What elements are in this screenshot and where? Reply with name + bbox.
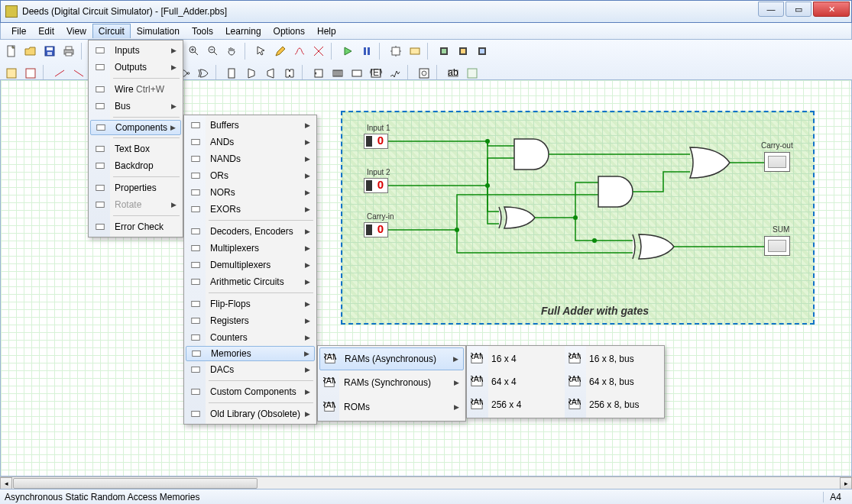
print-icon (63, 45, 75, 57)
menu-view[interactable]: View (60, 24, 92, 39)
module-icon (390, 45, 402, 57)
menu-item[interactable]: Components▶ (90, 120, 181, 135)
tb-module1[interactable] (387, 43, 404, 60)
play-icon (342, 45, 354, 57)
menu-item-label: Decoders, Encoders (210, 226, 293, 237)
maximize-button[interactable]: ▭ (786, 2, 812, 17)
pointer-icon (255, 45, 267, 57)
menu-item[interactable]: DACs▶ (186, 361, 315, 378)
wire-draw2-icon (73, 67, 85, 79)
svg-rect-42 (96, 65, 105, 70)
svg-text:RAM: RAM (569, 398, 581, 406)
scroll-left-button[interactable]: ◂ (0, 477, 12, 489)
tb-module2[interactable] (407, 43, 423, 60)
menu-item[interactable]: Rotate▶ (90, 196, 181, 213)
tb-chip-b[interactable] (455, 43, 471, 60)
menu-item[interactable]: NANDs▶ (186, 150, 315, 167)
tb-pencil[interactable] (272, 43, 289, 60)
menu-item[interactable]: RAMRAMs (Synchronous)▶ (319, 370, 464, 395)
menu-circuit[interactable]: Circuit (92, 24, 131, 38)
menu-item[interactable]: RAM256 x 8, bus (565, 393, 661, 416)
textbox-icon: ab (447, 67, 459, 79)
tb-chip-a[interactable] (436, 43, 452, 60)
menu-item[interactable]: Outputs▶ (90, 59, 181, 76)
menu-item[interactable]: Text Box (90, 141, 181, 157)
tb-pause[interactable] (358, 43, 375, 60)
tb-chip-c[interactable] (474, 43, 491, 60)
menu-item[interactable]: Counters▶ (186, 329, 315, 346)
tb-play[interactable] (339, 43, 356, 60)
menu-item[interactable]: Error Check (90, 218, 181, 235)
tb-save[interactable] (41, 43, 58, 60)
menu-item-label: Backdrop (115, 160, 154, 171)
menu-item[interactable]: Bus▶ (90, 98, 181, 115)
menu-simulation[interactable]: Simulation (131, 24, 186, 39)
menu-item[interactable]: RAM16 x 8, bus (565, 347, 661, 370)
menu-icon (95, 121, 107, 134)
menu-item[interactable]: ORs▶ (186, 167, 315, 184)
menu-item[interactable]: Properties (90, 179, 181, 196)
menu-icon (94, 160, 106, 172)
menu-help[interactable]: Help (311, 24, 342, 39)
menu-item-label: Multiplexers (210, 243, 259, 254)
menu-item[interactable]: Old Library (Obsolete)▶ (186, 405, 315, 422)
tb-zoom-in[interactable] (186, 43, 202, 60)
menu-tools[interactable]: Tools (186, 24, 219, 39)
ram-size-icon: RAM (569, 376, 581, 388)
menu-icon (190, 170, 202, 182)
menu-item[interactable]: RAMROMs▶ (319, 395, 464, 419)
tb-new[interactable] (3, 43, 20, 60)
menu-item[interactable]: RAM16 x 4 (467, 347, 563, 370)
menu-icon (190, 347, 202, 360)
close-button[interactable]: ✕ (813, 2, 850, 17)
menu-item[interactable]: Buffers▶ (186, 117, 315, 134)
menu-item[interactable]: Backdrop (90, 157, 181, 174)
menu-item[interactable]: Memories▶ (186, 346, 315, 361)
menu-item[interactable]: Registers▶ (186, 312, 315, 329)
menu-options[interactable]: Options (267, 24, 311, 39)
minimize-button[interactable]: — (758, 2, 784, 17)
tb-open[interactable] (22, 43, 39, 60)
menu-item[interactable]: Demultiplexers▶ (186, 257, 315, 273)
tb-pointer[interactable] (253, 43, 270, 60)
new-file-icon (5, 45, 18, 57)
wire-draw-icon (53, 67, 66, 79)
menu-item[interactable]: EXORs▶ (186, 201, 315, 218)
menu-item[interactable]: WireCtrl+W (90, 81, 181, 98)
ram-chip-icon: RAM (323, 401, 335, 413)
tb-print[interactable] (60, 43, 77, 60)
menu-learning[interactable]: Learning (219, 24, 267, 39)
scroll-right-button[interactable]: ▸ (840, 477, 852, 489)
svg-rect-67 (192, 412, 200, 417)
menu-item[interactable]: RAMRAMs (Asynchronous)▶ (319, 347, 464, 370)
menu-item-label: Old Library (Obsolete) (210, 409, 300, 419)
menu-item[interactable]: RAM64 x 4 (467, 370, 563, 393)
menu-item[interactable]: Inputs▶ (90, 42, 181, 59)
tb-edit-tool[interactable] (310, 43, 327, 60)
menu-item[interactable]: Arithmetic Circuits▶ (186, 273, 315, 290)
menu-item[interactable]: Decoders, Encoders▶ (186, 223, 315, 240)
svg-rect-44 (96, 104, 105, 109)
menu-icon (190, 136, 202, 148)
menu-item[interactable]: Custom Components▶ (186, 383, 315, 400)
menu-item[interactable]: RAM256 x 4 (467, 393, 563, 416)
menu-item[interactable]: ANDs▶ (186, 134, 315, 150)
svg-rect-21 (7, 69, 16, 78)
svg-rect-48 (96, 186, 105, 191)
menu-item[interactable]: NORs▶ (186, 184, 315, 201)
menu-edit[interactable]: Edit (32, 24, 60, 39)
svg-rect-14 (410, 48, 420, 54)
tb-zoom-out[interactable] (205, 43, 222, 60)
menu-item[interactable]: Multiplexers▶ (186, 240, 315, 257)
register-icon (332, 67, 344, 79)
menu-item[interactable]: Flip-Flops▶ (186, 296, 315, 312)
horizontal-scrollbar[interactable]: ◂ ▸ (0, 477, 852, 489)
menu-item-label: Components (115, 122, 167, 133)
menu-file[interactable]: File (5, 24, 32, 39)
menu-item[interactable]: RAM64 x 8, bus (565, 370, 661, 393)
scroll-thumb[interactable] (13, 478, 258, 489)
tb-pan[interactable] (224, 43, 241, 60)
svg-point-32 (422, 71, 426, 76)
tb-wire-tool[interactable] (291, 43, 308, 60)
svg-text:RAM: RAM (569, 375, 581, 383)
